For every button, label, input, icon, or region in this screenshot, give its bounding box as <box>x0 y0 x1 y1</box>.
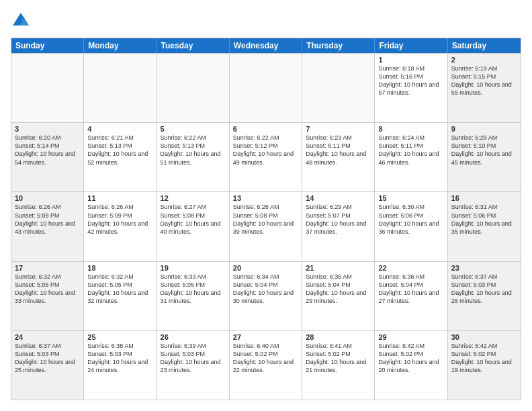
calendar-cell <box>230 54 302 122</box>
cell-info: Sunrise: 6:35 AMSunset: 5:04 PMDaylight:… <box>306 273 366 304</box>
day-number: 13 <box>233 194 298 202</box>
day-number: 2 <box>451 56 517 64</box>
cell-info: Sunrise: 6:26 AMSunset: 5:09 PMDaylight:… <box>15 203 75 234</box>
cell-info: Sunrise: 6:37 AMSunset: 5:03 PMDaylight:… <box>15 342 75 373</box>
calendar-cell: 14Sunrise: 6:29 AMSunset: 5:07 PMDayligh… <box>302 192 375 261</box>
cell-info: Sunrise: 6:33 AMSunset: 5:05 PMDaylight:… <box>161 273 221 304</box>
day-number: 21 <box>306 264 371 272</box>
day-number: 7 <box>306 125 371 133</box>
cell-info: Sunrise: 6:28 AMSunset: 5:08 PMDaylight:… <box>233 203 294 234</box>
calendar-header-cell: Tuesday <box>157 38 230 53</box>
calendar-cell: 20Sunrise: 6:34 AMSunset: 5:04 PMDayligh… <box>230 262 302 330</box>
calendar-week-row: 17Sunrise: 6:32 AMSunset: 5:05 PMDayligh… <box>11 261 521 330</box>
calendar-cell: 11Sunrise: 6:26 AMSunset: 5:09 PMDayligh… <box>84 192 157 261</box>
calendar-cell: 25Sunrise: 6:38 AMSunset: 5:03 PMDayligh… <box>84 331 157 400</box>
cell-info: Sunrise: 6:39 AMSunset: 5:03 PMDaylight:… <box>161 342 221 373</box>
calendar-header-row: SundayMondayTuesdayWednesdayThursdayFrid… <box>11 38 521 53</box>
day-number: 1 <box>378 56 443 64</box>
calendar-cell: 24Sunrise: 6:37 AMSunset: 5:03 PMDayligh… <box>11 331 84 400</box>
day-number: 18 <box>87 264 152 272</box>
cell-info: Sunrise: 6:40 AMSunset: 5:02 PMDaylight:… <box>233 342 294 373</box>
calendar-cell: 22Sunrise: 6:36 AMSunset: 5:04 PMDayligh… <box>375 262 447 330</box>
day-number: 17 <box>15 264 80 272</box>
calendar-cell: 26Sunrise: 6:39 AMSunset: 5:03 PMDayligh… <box>157 331 230 400</box>
calendar-cell: 27Sunrise: 6:40 AMSunset: 5:02 PMDayligh… <box>230 331 302 400</box>
calendar-week-row: 3Sunrise: 6:20 AMSunset: 5:14 PMDaylight… <box>11 122 521 191</box>
day-number: 12 <box>161 194 226 202</box>
calendar-cell: 2Sunrise: 6:19 AMSunset: 5:15 PMDaylight… <box>448 54 521 122</box>
day-number: 25 <box>87 333 152 341</box>
cell-info: Sunrise: 6:19 AMSunset: 5:15 PMDaylight:… <box>451 65 512 96</box>
calendar-cell: 4Sunrise: 6:21 AMSunset: 5:13 PMDaylight… <box>84 123 157 191</box>
header <box>11 11 521 31</box>
cell-info: Sunrise: 6:32 AMSunset: 5:05 PMDaylight:… <box>15 273 75 304</box>
day-number: 3 <box>15 125 80 133</box>
day-number: 28 <box>306 333 371 341</box>
day-number: 15 <box>378 194 443 202</box>
calendar-cell: 10Sunrise: 6:26 AMSunset: 5:09 PMDayligh… <box>11 192 84 261</box>
cell-info: Sunrise: 6:20 AMSunset: 5:14 PMDaylight:… <box>15 134 75 165</box>
cell-info: Sunrise: 6:37 AMSunset: 5:03 PMDaylight:… <box>451 273 512 304</box>
day-number: 10 <box>15 194 80 202</box>
day-number: 6 <box>233 125 298 133</box>
calendar-cell: 7Sunrise: 6:23 AMSunset: 5:11 PMDaylight… <box>302 123 375 191</box>
logo <box>11 11 34 31</box>
calendar-cell: 1Sunrise: 6:18 AMSunset: 5:16 PMDaylight… <box>375 54 447 122</box>
cell-info: Sunrise: 6:36 AMSunset: 5:04 PMDaylight:… <box>378 273 439 304</box>
calendar-cell: 15Sunrise: 6:30 AMSunset: 5:06 PMDayligh… <box>375 192 447 261</box>
logo-icon <box>11 11 31 31</box>
calendar-cell: 16Sunrise: 6:31 AMSunset: 5:06 PMDayligh… <box>448 192 521 261</box>
calendar-cell: 3Sunrise: 6:20 AMSunset: 5:14 PMDaylight… <box>11 123 84 191</box>
calendar-header-cell: Saturday <box>448 38 521 53</box>
cell-info: Sunrise: 6:18 AMSunset: 5:16 PMDaylight:… <box>378 65 439 96</box>
calendar-cell <box>157 54 230 122</box>
calendar-header-cell: Wednesday <box>230 38 302 53</box>
day-number: 26 <box>161 333 226 341</box>
cell-info: Sunrise: 6:41 AMSunset: 5:02 PMDaylight:… <box>306 342 366 373</box>
day-number: 5 <box>161 125 226 133</box>
calendar-cell: 19Sunrise: 6:33 AMSunset: 5:05 PMDayligh… <box>157 262 230 330</box>
cell-info: Sunrise: 6:30 AMSunset: 5:06 PMDaylight:… <box>378 203 439 234</box>
day-number: 20 <box>233 264 298 272</box>
day-number: 14 <box>306 194 371 202</box>
calendar-cell: 18Sunrise: 6:32 AMSunset: 5:05 PMDayligh… <box>84 262 157 330</box>
calendar-cell: 17Sunrise: 6:32 AMSunset: 5:05 PMDayligh… <box>11 262 84 330</box>
cell-info: Sunrise: 6:31 AMSunset: 5:06 PMDaylight:… <box>451 203 512 234</box>
calendar-header-cell: Friday <box>375 38 447 53</box>
cell-info: Sunrise: 6:42 AMSunset: 5:02 PMDaylight:… <box>451 342 512 373</box>
cell-info: Sunrise: 6:38 AMSunset: 5:03 PMDaylight:… <box>87 342 148 373</box>
calendar-cell: 13Sunrise: 6:28 AMSunset: 5:08 PMDayligh… <box>230 192 302 261</box>
cell-info: Sunrise: 6:22 AMSunset: 5:13 PMDaylight:… <box>161 134 221 165</box>
cell-info: Sunrise: 6:26 AMSunset: 5:09 PMDaylight:… <box>87 203 148 234</box>
calendar-body: 1Sunrise: 6:18 AMSunset: 5:16 PMDaylight… <box>11 53 521 400</box>
calendar-cell <box>11 54 84 122</box>
cell-info: Sunrise: 6:27 AMSunset: 5:08 PMDaylight:… <box>161 203 221 234</box>
day-number: 29 <box>378 333 443 341</box>
cell-info: Sunrise: 6:23 AMSunset: 5:11 PMDaylight:… <box>306 134 366 165</box>
cell-info: Sunrise: 6:42 AMSunset: 5:02 PMDaylight:… <box>378 342 439 373</box>
day-number: 11 <box>87 194 152 202</box>
day-number: 9 <box>451 125 517 133</box>
calendar-cell: 12Sunrise: 6:27 AMSunset: 5:08 PMDayligh… <box>157 192 230 261</box>
calendar-cell: 6Sunrise: 6:22 AMSunset: 5:12 PMDaylight… <box>230 123 302 191</box>
day-number: 16 <box>451 194 517 202</box>
calendar-cell: 30Sunrise: 6:42 AMSunset: 5:02 PMDayligh… <box>448 331 521 400</box>
day-number: 19 <box>161 264 226 272</box>
calendar-cell: 8Sunrise: 6:24 AMSunset: 5:11 PMDaylight… <box>375 123 447 191</box>
calendar-cell: 5Sunrise: 6:22 AMSunset: 5:13 PMDaylight… <box>157 123 230 191</box>
calendar-week-row: 1Sunrise: 6:18 AMSunset: 5:16 PMDaylight… <box>11 53 521 122</box>
cell-info: Sunrise: 6:34 AMSunset: 5:04 PMDaylight:… <box>233 273 294 304</box>
day-number: 27 <box>233 333 298 341</box>
calendar-cell: 29Sunrise: 6:42 AMSunset: 5:02 PMDayligh… <box>375 331 447 400</box>
cell-info: Sunrise: 6:29 AMSunset: 5:07 PMDaylight:… <box>306 203 366 234</box>
calendar-header-cell: Monday <box>84 38 157 53</box>
calendar-cell <box>84 54 157 122</box>
day-number: 22 <box>378 264 443 272</box>
calendar-week-row: 24Sunrise: 6:37 AMSunset: 5:03 PMDayligh… <box>11 330 521 400</box>
cell-info: Sunrise: 6:24 AMSunset: 5:11 PMDaylight:… <box>378 134 439 165</box>
calendar-cell: 9Sunrise: 6:25 AMSunset: 5:10 PMDaylight… <box>448 123 521 191</box>
cell-info: Sunrise: 6:25 AMSunset: 5:10 PMDaylight:… <box>451 134 512 165</box>
calendar-header-cell: Sunday <box>11 38 84 53</box>
cell-info: Sunrise: 6:21 AMSunset: 5:13 PMDaylight:… <box>87 134 148 165</box>
day-number: 24 <box>15 333 80 341</box>
